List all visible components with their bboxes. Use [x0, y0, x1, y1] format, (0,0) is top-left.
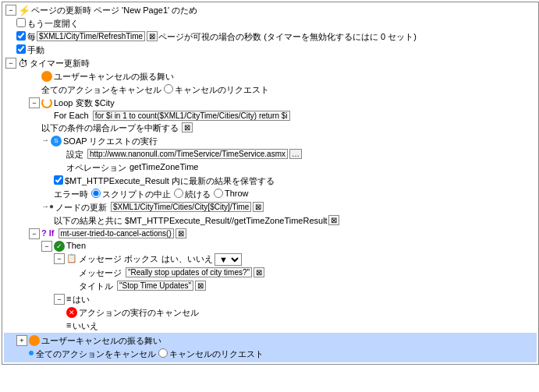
expand-msgbox[interactable]: [54, 253, 65, 264]
msg-row: メッセージ "Really stop updates of city times…: [4, 267, 537, 280]
mt-checkbox-wrap[interactable]: [54, 175, 63, 185]
refresh-checkbox-wrap[interactable]: [16, 31, 26, 41]
lightning-icon: ⚡: [18, 5, 30, 16]
bottom-cancel-request-label: キャンセルのリクエスト: [169, 348, 264, 360]
bottom-cancel-all-label: 全てのアクションをキャンセル: [36, 348, 156, 360]
soap-url-row: 設定 http://www.nanonull.com/TimeService/T…: [4, 148, 537, 161]
page-event-row: ⚡ ページの更新時 ページ 'New Page1' のため: [4, 4, 537, 17]
refresh-row: 毎 $XML1/CityTime/RefreshTime ⊠ ページが可視の場合…: [4, 30, 537, 44]
reopen-row: もう一度開く: [4, 17, 537, 30]
node-result-row: 以下の結果と共に $MT_HTTPExecute_Result//getTime…: [4, 214, 537, 228]
for-each-expr[interactable]: for $i in 1 to count($XML1/CityTime/Citi…: [93, 111, 290, 121]
msg-value[interactable]: "Really stop updates of city times?": [126, 267, 252, 277]
mt-checkbox-row: $MT_HTTPExecute_Result 内に最新の結果を保管する: [4, 175, 537, 188]
bottom-user-cancel-row: ユーザーキャンセルの振る舞い: [4, 334, 537, 348]
refresh-xml-icon[interactable]: ⊠: [147, 31, 158, 41]
title-label: タイトル: [79, 281, 113, 292]
bottom-cancel-section: ユーザーキャンセルの振る舞い 全てのアクションをキャンセル キャンセルのリクエス…: [4, 333, 537, 362]
error-stop-radio-wrap[interactable]: [91, 189, 101, 198]
expand-yes[interactable]: [54, 294, 65, 305]
arrow-icon: →: [41, 136, 49, 144]
loop-break-label: 以下の条件の場合ループを中断する: [41, 122, 179, 134]
expand-if[interactable]: [29, 228, 40, 239]
cancel-request-radio-wrap-top[interactable]: [164, 84, 173, 94]
soap-label: SOAP リクエストの実行: [63, 136, 158, 147]
node-update-row: →● ノードの更新 $XML1/CityTime/Cities/City[$Ci…: [4, 201, 537, 214]
manual-checkbox[interactable]: [16, 44, 26, 54]
timer-label: タイマー更新時: [30, 58, 90, 69]
action-cancel-icon: ✕: [66, 307, 77, 318]
refresh-checkbox[interactable]: [16, 31, 26, 41]
then-label: Then: [66, 241, 86, 250]
cancel-request-radio-top[interactable]: [164, 84, 173, 94]
if-icon[interactable]: ⊠: [176, 228, 186, 238]
msgbox-icon: 📋: [66, 253, 77, 263]
expand-bottom-cancel[interactable]: [16, 335, 27, 346]
error-continue-radio-wrap[interactable]: [174, 189, 183, 198]
if-condition-expr[interactable]: mt-user-tried-to-cancel-actions(): [59, 228, 174, 238]
soap-operation-value: getTimeZoneTime: [129, 162, 198, 171]
error-throw-radio[interactable]: [214, 189, 223, 198]
cancel-options-row-top: 全てのアクションをキャンセル キャンセルのリクエスト: [4, 83, 537, 97]
loop-row: Loop 変数 $City: [4, 97, 537, 110]
soap-set-label: 設定: [66, 149, 83, 161]
no-label: いいえ: [73, 320, 98, 332]
cancel-request-label-top: キャンセルのリクエスト: [175, 84, 269, 96]
for-each-label: For Each: [54, 111, 89, 120]
error-continue-label: 続ける: [185, 189, 211, 200]
soap-operation-row: オペレーション getTimeZoneTime: [4, 161, 537, 175]
msgbox-option-label: はい、いいえ: [161, 253, 213, 265]
loop-break-row: 以下の条件の場合ループを中断する ⊠: [4, 122, 537, 135]
expand-timer[interactable]: [5, 58, 16, 69]
error-throw-radio-wrap[interactable]: [214, 189, 223, 198]
node-update-label: ノードの更新: [55, 202, 107, 214]
arrow-icon2: →●: [41, 202, 54, 210]
loop-icon: [41, 97, 52, 108]
reopen-checkbox-wrap[interactable]: [16, 18, 26, 27]
loop-break-icon[interactable]: ⊠: [182, 122, 193, 132]
soap-ellipsis-btn[interactable]: …: [289, 149, 302, 159]
node-path-expr[interactable]: $XML1/CityTime/Cities/City[$City]/Time: [111, 202, 251, 212]
msg-icon[interactable]: ⊠: [254, 267, 264, 277]
timer-icon: ⏱: [18, 58, 28, 69]
bottom-cancel-request-radio[interactable]: [158, 348, 168, 358]
msgbox-label: メッセージ ボックス: [79, 253, 158, 265]
error-stop-radio[interactable]: [91, 189, 101, 198]
node-xml-icon[interactable]: ⊠: [253, 202, 264, 212]
no-dash-icon: ≡: [66, 320, 71, 330]
reopen-label: もう一度開く: [27, 18, 79, 30]
error-row: エラー時 スクリプトの中止 続ける Throw: [4, 188, 537, 201]
error-continue-radio[interactable]: [174, 189, 183, 198]
user-cancel-row-top: ユーザーキャンセルの振る舞い: [4, 70, 537, 83]
expand-loop[interactable]: [29, 97, 40, 108]
refresh-desc: ページが可視の場合の秒数 (タイマーを無効化するにはに 0 セット): [158, 31, 417, 43]
if-label: ? If: [41, 228, 55, 238]
title-icon[interactable]: ⊠: [195, 281, 206, 291]
node-result-label: 以下の結果と共に $MT_HTTPExecute_Result//getTime…: [54, 215, 328, 227]
manual-checkbox-wrap[interactable]: [16, 44, 26, 54]
mt-checkbox[interactable]: [54, 175, 63, 185]
soap-row: → S SOAP リクエストの実行: [4, 135, 537, 148]
soap-url-value[interactable]: http://www.nanonull.com/TimeService/Time…: [87, 149, 288, 159]
loop-label: Loop 変数 $City: [54, 97, 115, 109]
msgbox-option-select[interactable]: ▼: [215, 253, 242, 266]
refresh-xml-path[interactable]: $XML1/CityTime/RefreshTime: [37, 31, 145, 41]
soap-icon: S: [51, 136, 62, 147]
bottom-user-cancel-label: ユーザーキャンセルの振る舞い: [41, 335, 161, 347]
bottom-cancel-request-radio-wrap[interactable]: [158, 348, 168, 358]
mt-checkbox-label: $MT_HTTPExecute_Result 内に最新の結果を保管する: [65, 175, 275, 187]
title-row: タイトル "Stop Time Updates" ⊠: [4, 280, 537, 293]
node-result-icon[interactable]: ⊠: [328, 215, 339, 225]
bottom-cancel-options-row: 全てのアクションをキャンセル キャンセルのリクエスト: [4, 348, 537, 361]
expand-page[interactable]: [5, 5, 16, 16]
error-throw-label: Throw: [225, 189, 249, 198]
manual-label: 手動: [27, 44, 44, 56]
expand-then[interactable]: [41, 241, 52, 252]
error-stop-label: スクリプトの中止: [102, 189, 171, 200]
then-icon: ✓: [54, 241, 65, 252]
title-value[interactable]: "Stop Time Updates": [117, 281, 193, 291]
no-case-row: ≡ いいえ: [4, 320, 537, 333]
yes-dash-icon: ≡: [66, 294, 71, 303]
reopen-checkbox[interactable]: [16, 18, 26, 27]
msgbox-row: 📋 メッセージ ボックス はい、いいえ ▼: [4, 253, 537, 267]
